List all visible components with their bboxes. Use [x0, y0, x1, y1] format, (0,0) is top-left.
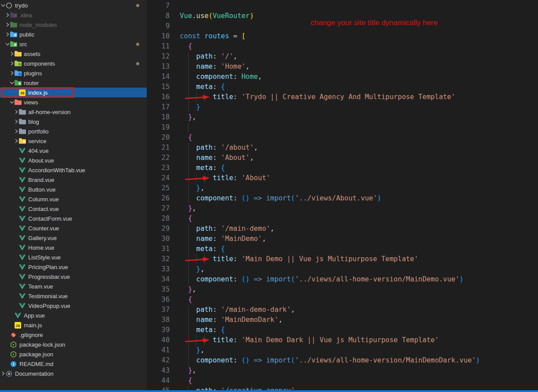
code-text[interactable]: },: [170, 366, 196, 376]
code-text[interactable]: },: [170, 112, 196, 122]
code-line-33[interactable]: 33 },: [147, 264, 538, 274]
tree-item-brand-vue[interactable]: Brand.vue: [0, 175, 147, 185]
tree-item-accordionwithtab-vue[interactable]: AccordionWithTab.vue: [0, 165, 147, 175]
code-text[interactable]: {: [170, 41, 192, 52]
chevron-right-icon[interactable]: [9, 59, 15, 68]
code-text[interactable]: name: 'MainDemo',: [170, 234, 266, 244]
code-line-23[interactable]: 23 meta: {: [147, 163, 538, 173]
tree-item-readme-md[interactable]: iREADME.md: [0, 359, 147, 369]
tree-item-liststyle-vue[interactable]: ListStyle.vue: [0, 252, 147, 262]
tree-item-package-json[interactable]: package.json: [0, 349, 147, 359]
tree-item-views[interactable]: views: [0, 97, 147, 107]
code-line-37[interactable]: 37 path: '/main-demo-dark',: [147, 305, 538, 315]
tree-item-gallery-vue[interactable]: Gallery.vue: [0, 233, 147, 243]
code-text[interactable]: name: 'Home',: [170, 62, 250, 72]
code-line-17[interactable]: 17 }: [147, 102, 538, 112]
code-text[interactable]: title: 'Trydo || Creative Agency And Mul…: [170, 92, 455, 102]
code-text[interactable]: {: [170, 376, 192, 386]
chevron-right-icon[interactable]: [13, 136, 19, 146]
code-line-18[interactable]: 18 },: [147, 112, 538, 122]
code-text[interactable]: title: 'Main Demo || Vue js Multipurpose…: [170, 254, 418, 264]
code-line-27[interactable]: 27 },: [147, 203, 538, 214]
tree-item-components[interactable]: components: [0, 59, 147, 68]
code-text[interactable]: name: 'About',: [170, 153, 254, 163]
tree-item-testimonial-vue[interactable]: Testimonial.vue: [0, 291, 147, 301]
code-text[interactable]: component: () => import('../views/all-ho…: [170, 274, 464, 285]
tree-item-counter-vue[interactable]: Counter.vue: [0, 223, 147, 233]
code-text[interactable]: {: [170, 133, 192, 143]
code-text[interactable]: },: [170, 203, 196, 214]
tree-item-home-vue[interactable]: Home.vue: [0, 243, 147, 252]
tree-item-main-js[interactable]: JSmain.js: [0, 320, 147, 330]
chevron-down-icon[interactable]: [4, 39, 10, 49]
tree-item-progressbar-vue[interactable]: Progressbar.vue: [0, 272, 147, 281]
code-line-12[interactable]: 12 path: '/',: [147, 52, 538, 62]
tree-item-assets[interactable]: assets: [0, 49, 147, 59]
chevron-right-icon[interactable]: [9, 68, 15, 78]
code-text[interactable]: component: Home,: [170, 72, 262, 82]
tree-item-column-vue[interactable]: Column.vue: [0, 194, 147, 204]
code-line-38[interactable]: 38 name: 'MainDemoDark',: [147, 315, 538, 325]
code-line-35[interactable]: 35 },: [147, 285, 538, 295]
tree-item-public[interactable]: public: [0, 30, 147, 39]
chevron-right-icon[interactable]: [4, 10, 10, 20]
code-text[interactable]: path: '/about',: [170, 143, 258, 153]
code-line-32[interactable]: 32 title: 'Main Demo || Vue js Multipurp…: [147, 254, 538, 264]
code-text[interactable]: title: 'About': [170, 173, 270, 183]
code-line-24[interactable]: 24 title: 'About': [147, 173, 538, 183]
chevron-down-icon[interactable]: [0, 0, 6, 10]
code-line-19[interactable]: 19: [147, 122, 538, 133]
code-line-14[interactable]: 14 component: Home,: [147, 72, 538, 82]
code-line-21[interactable]: 21 path: '/about',: [147, 143, 538, 153]
code-line-7[interactable]: 7: [147, 1, 538, 11]
chevron-down-icon[interactable]: [9, 97, 15, 107]
tree-item-index-js[interactable]: JSindex.js: [0, 88, 147, 97]
code-text[interactable]: meta: {: [170, 244, 225, 254]
chevron-down-icon[interactable]: [9, 78, 15, 88]
tree-item-portfolio[interactable]: portfolio: [0, 126, 147, 136]
tree-item--gitignore[interactable]: .gitignore: [0, 330, 147, 340]
code-text[interactable]: const routes = [: [170, 31, 245, 41]
tree-item-service[interactable]: service: [0, 136, 147, 146]
tree-item-package-lock-json[interactable]: package-lock.json: [0, 340, 147, 349]
code-line-34[interactable]: 34 component: () => import('../views/all…: [147, 274, 538, 285]
tree-item-blog[interactable]: blog: [0, 117, 147, 126]
code-line-43[interactable]: 43 },: [147, 366, 538, 376]
tree-item-src[interactable]: src: [0, 39, 147, 49]
tree-item-videopopup-vue[interactable]: VideoPopup.vue: [0, 301, 147, 311]
code-text[interactable]: component: () => import('../views/all-ho…: [170, 355, 480, 366]
code-text[interactable]: },: [170, 264, 204, 274]
tree-item-about-vue[interactable]: About.vue: [0, 155, 147, 165]
tree-item-trydo[interactable]: trydo: [0, 0, 147, 10]
code-line-42[interactable]: 42 component: () => import('../views/all…: [147, 355, 538, 366]
code-text[interactable]: name: 'MainDemoDark',: [170, 315, 282, 325]
chevron-right-icon[interactable]: [13, 107, 19, 117]
code-line-28[interactable]: 28 {: [147, 214, 538, 224]
code-line-44[interactable]: 44 {: [147, 376, 538, 386]
code-text[interactable]: meta: {: [170, 82, 225, 92]
tree-item-404-vue[interactable]: 404.vue: [0, 146, 147, 155]
code-line-41[interactable]: 41 },: [147, 345, 538, 355]
code-text[interactable]: meta: {: [170, 163, 225, 173]
tree-item-app-vue[interactable]: App.vue: [0, 311, 147, 320]
tree-item-pricingplan-vue[interactable]: PricingPlan.vue: [0, 262, 147, 272]
code-text[interactable]: Vue.use(VueRouter): [170, 11, 254, 21]
tree-item-contactform-vue[interactable]: ContactForm.vue: [0, 214, 147, 223]
code-line-29[interactable]: 29 path: '/main-demo',: [147, 224, 538, 234]
code-text[interactable]: path: '/main-demo',: [170, 224, 275, 234]
chevron-right-icon[interactable]: [4, 30, 10, 39]
tree-item-plugins[interactable]: plugins: [0, 68, 147, 78]
tree-item-contact-vue[interactable]: Contact.vue: [0, 204, 147, 214]
tree-item-documentation[interactable]: Documentation: [0, 369, 147, 378]
tree-item-node-modules[interactable]: node_modules: [0, 20, 147, 30]
code-text[interactable]: },: [170, 285, 196, 295]
code-line-25[interactable]: 25 },: [147, 183, 538, 193]
code-line-22[interactable]: 22 name: 'About',: [147, 153, 538, 163]
code-text[interactable]: {: [170, 214, 192, 224]
code-text[interactable]: }: [170, 102, 200, 112]
tree-item-router[interactable]: router: [0, 78, 147, 88]
chevron-right-icon[interactable]: [0, 369, 6, 378]
code-line-26[interactable]: 26 component: () => import('../views/Abo…: [147, 193, 538, 203]
code-text[interactable]: title: 'Main Demo Dark || Vue js Multipu…: [170, 335, 439, 345]
code-text[interactable]: {: [170, 295, 192, 305]
